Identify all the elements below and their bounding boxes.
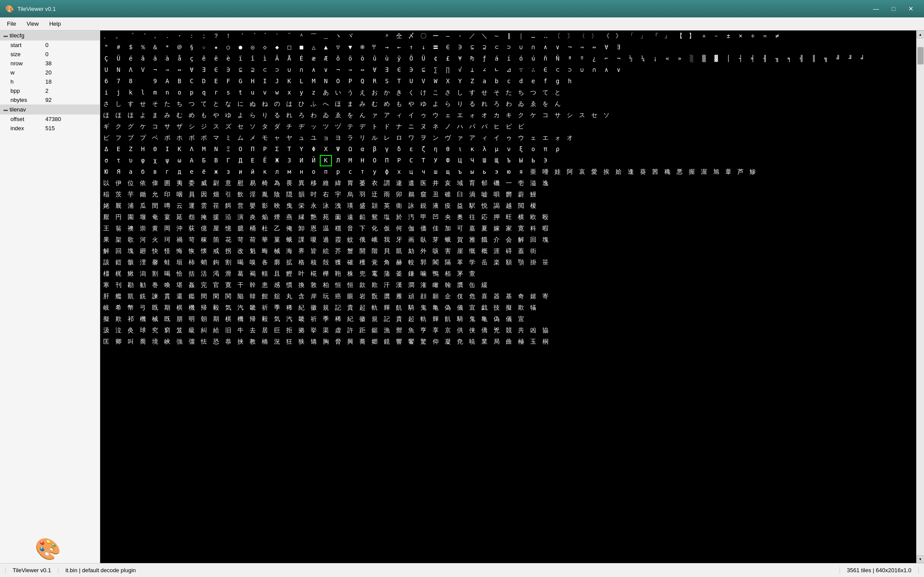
label-nbytes: nbytes	[10, 97, 45, 103]
value-size: 0	[45, 51, 48, 57]
sidebar-section-tilecfg: ▬ tilecfg start 0 size 0 nrow 38 w 20 h …	[0, 30, 100, 105]
value-h: 18	[45, 78, 51, 85]
scrollbar-track[interactable]	[917, 38, 924, 555]
sidebar-row-bpp: bpp 2	[0, 86, 100, 95]
close-button[interactable]: ✕	[903, 3, 919, 14]
title-bar-controls: — □ ✕	[868, 3, 919, 14]
sidebar-tilenav-header[interactable]: ▬ tilenav	[0, 105, 100, 115]
sidebar-row-h: h 18	[0, 77, 100, 86]
label-w: w	[10, 69, 45, 76]
maximize-button[interactable]: □	[886, 3, 901, 14]
value-nrow: 38	[45, 60, 51, 67]
status-app-name: TileViewer v0.1	[5, 567, 58, 574]
menu-view[interactable]: View	[21, 19, 44, 29]
title-bar-left: 🎨 TileViewer v0.1	[5, 5, 56, 13]
menu-help[interactable]: Help	[44, 19, 66, 29]
value-bpp: 2	[45, 88, 48, 94]
value-index: 515	[45, 125, 55, 132]
sidebar-row-nbytes: nbytes 92	[0, 95, 100, 105]
sidebar-row-nrow: nrow 38	[0, 59, 100, 68]
content-wrapper: ▲ ▼	[100, 30, 924, 563]
status-bar: TileViewer v0.1 it.bin | default decode …	[0, 563, 924, 577]
label-index: index	[10, 125, 45, 132]
label-bpp: bpp	[10, 88, 45, 94]
sidebar-tilecfg-label: tilecfg	[10, 32, 24, 39]
sidebar-section-tilenav: ▬ tilenav offset 47380 index 515	[0, 105, 100, 133]
value-w: 20	[45, 69, 51, 76]
app-icon: 🎨	[5, 5, 14, 13]
value-nbytes: 92	[45, 97, 51, 103]
label-offset: offset	[10, 116, 45, 122]
status-tile-info: 3561 tiles | 640x2016x1.0	[840, 567, 919, 574]
sidebar: ▬ tilecfg start 0 size 0 nrow 38 w 20 h …	[0, 30, 100, 563]
sidebar-tilenav-label: tilenav	[10, 106, 26, 113]
value-offset: 47380	[45, 116, 61, 122]
sidebar-row-index: index 515	[0, 124, 100, 133]
value-start: 0	[45, 42, 48, 48]
sidebar-tilecfg-header[interactable]: ▬ tilecfg	[0, 30, 100, 40]
label-h: h	[10, 78, 45, 85]
tile-canvas[interactable]	[100, 30, 916, 563]
label-size: size	[10, 51, 45, 57]
minimize-button[interactable]: —	[868, 3, 884, 14]
label-nrow: nrow	[10, 60, 45, 67]
sidebar-row-offset: offset 47380	[0, 115, 100, 124]
sidebar-row-w: w 20	[0, 68, 100, 77]
label-start: start	[10, 42, 45, 48]
menu-bar: File View Help	[0, 17, 924, 30]
title-bar: 🎨 TileViewer v0.1 — □ ✕	[0, 0, 924, 17]
collapse-icon-tilecfg: ▬	[3, 33, 8, 38]
collapse-icon-tilenav: ▬	[3, 107, 8, 112]
main-content: ▬ tilecfg start 0 size 0 nrow 38 w 20 h …	[0, 30, 924, 563]
menu-file[interactable]: File	[2, 19, 21, 29]
sidebar-row-start: start 0	[0, 40, 100, 50]
scrollbar-thumb[interactable]	[917, 47, 924, 64]
scrollbar-down-arrow[interactable]: ▼	[917, 555, 924, 563]
scrollbar-up-arrow[interactable]: ▲	[917, 30, 924, 38]
sidebar-row-size: size 0	[0, 50, 100, 59]
status-file-info: it.bin | default decode plugin	[58, 567, 840, 574]
window-title: TileViewer v0.1	[17, 6, 56, 12]
tile-canvas-area[interactable]	[100, 30, 916, 563]
scrollbar-area: ▲ ▼	[916, 30, 924, 563]
app-logo: 🎨	[35, 537, 61, 563]
